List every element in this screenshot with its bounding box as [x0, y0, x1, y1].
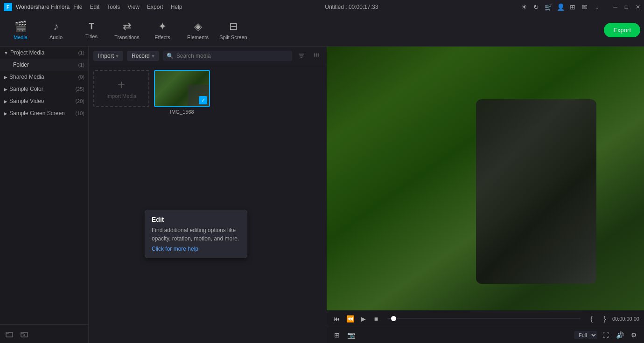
record-label: Record: [132, 53, 150, 59]
toolbar-effects[interactable]: ✦ Effects: [146, 16, 179, 45]
sample-green-count: (10): [75, 110, 84, 116]
preview-skip-start-btn[interactable]: ⏮: [331, 313, 343, 324]
toolbar-audio[interactable]: ♪ Audio: [39, 16, 73, 45]
transitions-label: Transitions: [114, 34, 139, 40]
audio-icon: ♪: [54, 21, 59, 33]
account-icon[interactable]: 👤: [557, 4, 564, 10]
record-button[interactable]: Record ▾: [127, 51, 159, 61]
layout-icon[interactable]: ⊞: [569, 4, 576, 10]
svg-point-7: [314, 53, 315, 55]
media-item[interactable]: ✓ IMG_1568: [154, 70, 210, 115]
preview-settings-btn[interactable]: ⚙: [628, 329, 639, 341]
import-label: Import: [98, 53, 114, 59]
menu-file[interactable]: File: [73, 4, 82, 10]
left-panel: ▼ Project Media (1) Folder (1) ▶ Shared …: [0, 47, 89, 343]
preview-timeline-slider[interactable]: [387, 318, 581, 319]
preview-fullscreen-btn[interactable]: ⛶: [600, 329, 611, 341]
check-mark: ✓: [199, 96, 207, 104]
media-tree: ▼ Project Media (1) Folder (1) ▶ Shared …: [0, 47, 88, 324]
preview-bottom-bar: ⊞ 📷 Full 1/2 1/4 ⛶ 🔊 ⚙: [327, 327, 644, 343]
titles-label: Titles: [85, 34, 98, 39]
media-panel: Import ▾ Record ▾ 🔍 + Import Media: [89, 47, 327, 343]
titlebar-left: F Wondershare Filmora File Edit Tools Vi…: [4, 3, 182, 11]
preview-timecode: 00:00:00:00: [612, 316, 639, 322]
preview-stop-btn[interactable]: ■: [371, 313, 382, 324]
split-screen-label: Split Screen: [219, 34, 247, 40]
toolbar-split-screen[interactable]: ⊟ Split Screen: [217, 16, 250, 45]
playhead-dot: [391, 316, 396, 321]
refresh-icon[interactable]: ↻: [533, 4, 539, 10]
shared-media-label: Shared Media: [9, 74, 78, 80]
preview-bracket-right[interactable]: }: [599, 313, 610, 324]
shared-media-count: (0): [78, 74, 84, 80]
preview-pip-btn[interactable]: ⊞: [331, 329, 343, 341]
svg-point-9: [318, 53, 319, 55]
download-icon[interactable]: ↓: [594, 4, 600, 10]
tree-sample-video[interactable]: ▶ Sample Video (20): [0, 95, 88, 107]
toolbar-elements[interactable]: ◈ Elements: [181, 16, 215, 45]
media-grid: + Import Media ✓ IMG_1568: [89, 65, 327, 343]
main-toolbar: 🎬 Media ♪ Audio T Titles ⇄ Transitions ✦…: [0, 14, 644, 47]
toolbar-transitions[interactable]: ⇄ Transitions: [110, 16, 144, 45]
media-item-name: IMG_1568: [154, 109, 210, 115]
filter-button[interactable]: [296, 50, 307, 62]
shared-arrow: ▶: [4, 75, 7, 80]
media-thumbnail: ✓: [154, 70, 210, 107]
tree-shared-media[interactable]: ▶ Shared Media (0): [0, 71, 88, 83]
export-button[interactable]: Export: [604, 23, 640, 37]
sun-icon[interactable]: ☀: [521, 4, 527, 10]
menu-tools[interactable]: Tools: [107, 4, 120, 10]
menu-help[interactable]: Help: [171, 4, 182, 10]
grid-view-button[interactable]: [311, 50, 322, 62]
search-icon: 🔍: [167, 53, 174, 59]
search-input[interactable]: [176, 53, 288, 59]
maximize-btn[interactable]: □: [625, 4, 628, 10]
store-icon[interactable]: 🛒: [545, 4, 552, 10]
sample-video-label: Sample Video: [9, 98, 75, 104]
media-toolbar: Import ▾ Record ▾ 🔍: [89, 47, 327, 65]
preview-screenshot-btn[interactable]: 📷: [345, 329, 357, 341]
tree-sample-color[interactable]: ▶ Sample Color (25): [0, 83, 88, 95]
add-folder-button[interactable]: [4, 329, 15, 340]
menu-edit[interactable]: Edit: [90, 4, 100, 10]
sample-color-count: (25): [75, 86, 84, 92]
new-folder-button[interactable]: [19, 329, 30, 340]
search-box: 🔍: [163, 51, 292, 61]
project-media-label: Project Media: [10, 49, 78, 56]
split-screen-icon: ⊟: [229, 21, 238, 33]
menu-export[interactable]: Export: [147, 4, 163, 10]
tree-project-media[interactable]: ▼ Project Media (1): [0, 47, 88, 59]
import-placeholder[interactable]: + Import Media: [93, 70, 149, 107]
tooltip-description: Find additional editing options like opa…: [152, 226, 240, 243]
svg-point-8: [316, 53, 317, 55]
tree-folder[interactable]: Folder (1): [0, 59, 88, 71]
import-button[interactable]: Import ▾: [93, 51, 123, 61]
import-media-label: Import Media: [106, 93, 136, 99]
preview-play-btn[interactable]: ▶: [357, 313, 369, 324]
menu-view[interactable]: View: [127, 4, 140, 10]
preview-volume-btn[interactable]: 🔊: [614, 329, 625, 341]
preview-bracket-left[interactable]: {: [586, 313, 597, 324]
minimize-btn[interactable]: ─: [613, 4, 617, 10]
preview-step-back-btn[interactable]: ⏪: [344, 313, 356, 324]
media-label: Media: [14, 34, 28, 40]
record-chevron: ▾: [152, 53, 154, 59]
svg-point-11: [316, 55, 317, 56]
tooltip-link[interactable]: Click for more help: [152, 246, 198, 252]
toolbar-titles[interactable]: T Titles: [75, 16, 108, 45]
quality-selector[interactable]: Full 1/2 1/4: [574, 331, 597, 339]
titlebar: F Wondershare Filmora File Edit Tools Vi…: [0, 0, 644, 14]
main-content: ▼ Project Media (1) Folder (1) ▶ Shared …: [0, 47, 644, 343]
logo-letter: F: [7, 5, 9, 10]
color-arrow: ▶: [4, 87, 7, 92]
titles-icon: T: [89, 21, 94, 32]
close-btn[interactable]: ✕: [636, 4, 640, 10]
transitions-icon: ⇄: [123, 21, 131, 33]
media-icon: 🎬: [14, 21, 27, 33]
tree-sample-green[interactable]: ▶ Sample Green Screen (10): [0, 107, 88, 119]
toolbar-media[interactable]: 🎬 Media: [4, 16, 37, 45]
project-media-count: (1): [78, 50, 84, 55]
effects-label: Effects: [154, 34, 170, 40]
mail-icon[interactable]: ✉: [581, 4, 588, 10]
video-background: [327, 47, 644, 310]
